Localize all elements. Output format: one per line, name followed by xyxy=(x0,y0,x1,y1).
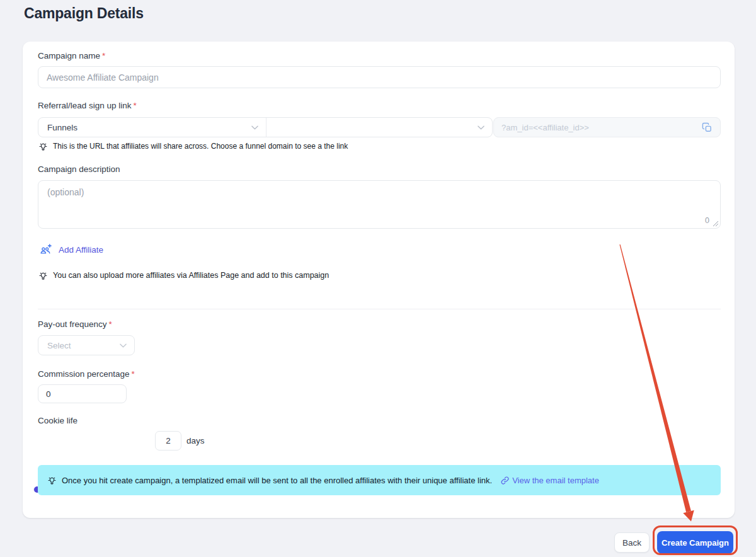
resize-handle-icon[interactable] xyxy=(713,221,719,227)
funnel-domain-select[interactable] xyxy=(266,118,492,137)
description-label: Campaign description xyxy=(38,164,120,174)
add-affiliate-tip: You can also upload more affiliates via … xyxy=(39,271,329,280)
link-icon xyxy=(501,476,509,485)
cookie-life-label: Cookie life xyxy=(38,416,77,425)
cookie-life-unit: days xyxy=(186,436,205,445)
referral-source-select-group: Funnels xyxy=(38,117,493,137)
section-divider xyxy=(38,309,721,309)
affiliate-link-field: ?am_id=<<affiliate_id>> xyxy=(493,117,721,137)
email-info-banner: Once you hit create campaign, a templati… xyxy=(38,465,721,495)
chevron-down-icon xyxy=(478,125,484,130)
cookie-life-input[interactable] xyxy=(155,431,181,451)
lightbulb-icon xyxy=(48,476,56,485)
create-campaign-button[interactable]: Create Campaign xyxy=(657,531,733,554)
description-field-wrap: 0 xyxy=(38,180,721,229)
referral-link-tip: This is the URL that affiliates will sha… xyxy=(39,142,348,151)
char-counter: 0 xyxy=(705,216,709,225)
required-asterisk: * xyxy=(102,51,105,60)
campaign-details-card: Campaign name* Referral/lead sign up lin… xyxy=(23,42,735,518)
back-button[interactable]: Back xyxy=(614,532,650,553)
chevron-down-icon xyxy=(251,125,258,130)
required-asterisk: * xyxy=(132,369,135,379)
add-affiliate-button[interactable]: Add Affiliate xyxy=(39,243,103,256)
referral-link-label: Referral/lead sign up link* xyxy=(38,101,137,110)
commission-input[interactable] xyxy=(38,384,127,403)
chevron-down-icon xyxy=(120,343,127,348)
lightbulb-icon xyxy=(39,142,47,151)
commission-label: Commission percentage* xyxy=(38,369,135,379)
funnel-type-select[interactable]: Funnels xyxy=(38,118,266,137)
required-asterisk: * xyxy=(109,319,112,329)
description-textarea[interactable] xyxy=(38,181,720,228)
payout-frequency-label: Pay-out frequency* xyxy=(38,319,112,329)
banner-text: Once you hit create campaign, a templati… xyxy=(62,476,492,485)
page-title: Campaign Details xyxy=(24,5,144,22)
copy-icon[interactable] xyxy=(702,122,713,133)
payout-frequency-placeholder: Select xyxy=(47,341,71,350)
required-asterisk: * xyxy=(134,101,137,110)
add-affiliate-icon xyxy=(39,243,53,256)
payout-frequency-select[interactable]: Select xyxy=(38,335,135,355)
view-email-template-link[interactable]: View the email template xyxy=(501,476,599,485)
lightbulb-icon xyxy=(39,272,47,280)
campaign-name-label: Campaign name* xyxy=(38,51,105,60)
campaign-name-input[interactable] xyxy=(38,66,721,88)
affiliate-link-placeholder: ?am_id=<<affiliate_id>> xyxy=(501,123,589,132)
